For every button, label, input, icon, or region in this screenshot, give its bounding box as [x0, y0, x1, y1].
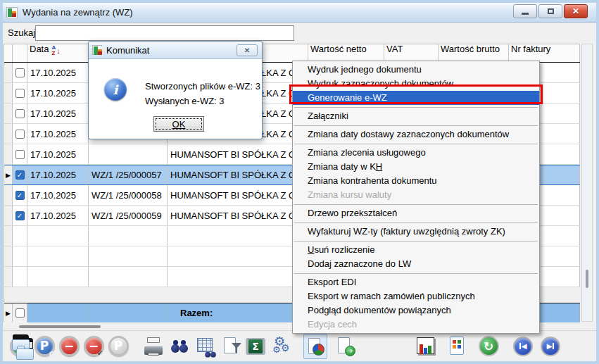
menu-item[interactable]: Wyfakturuj WZ-ty (faktury uwzględnią zwr…: [293, 225, 539, 239]
document-number-cell: [89, 267, 168, 287]
export-document-button[interactable]: ➔: [334, 334, 358, 359]
sum-button[interactable]: Σ: [246, 338, 265, 355]
summary-date-cell: [27, 303, 89, 322]
delete-button[interactable]: −: [58, 334, 80, 359]
minimize-button[interactable]: [513, 4, 537, 18]
vertical-scrollbar[interactable]: [581, 44, 593, 322]
menu-item[interactable]: Zmiana zlecenia usługowego: [293, 146, 539, 160]
delete-marked-button[interactable]: −✓: [82, 334, 105, 359]
info-icon: i: [104, 78, 127, 101]
row-checkbox-cell: [13, 63, 27, 82]
print-button[interactable]: [141, 334, 165, 359]
first-record-button[interactable]: ◀: [511, 334, 535, 359]
last-record-button[interactable]: ▶: [538, 334, 562, 359]
filter-button[interactable]: [220, 334, 244, 359]
row-checkbox[interactable]: [15, 130, 25, 139]
summary-doc-cell: [89, 303, 168, 322]
row-checkbox-cell: [13, 144, 27, 164]
preview-button[interactable]: P: [33, 334, 56, 359]
search-input[interactable]: [35, 25, 294, 41]
nav-bar-icon: [553, 343, 554, 349]
column-header-vat[interactable]: VAT: [384, 44, 439, 62]
menu-item[interactable]: Eksport EDI: [293, 275, 539, 289]
toolbar: +P−−✓PΣ⚙⚙⚙➔↻◀▶: [3, 330, 596, 361]
find-in-table-button[interactable]: [194, 334, 217, 359]
bar-icon: [428, 346, 431, 354]
row-checkbox[interactable]: [15, 150, 25, 159]
check-mark-icon: ✓: [97, 349, 103, 358]
menu-item-label-pre: Wyfakturuj WZ-ty (faktury uwzględnią zwr…: [308, 226, 505, 237]
row-checkbox[interactable]: [15, 109, 25, 118]
row-checkbox[interactable]: [15, 68, 25, 77]
row-checkbox[interactable]: ✓: [15, 191, 25, 200]
maximize-button[interactable]: [538, 4, 562, 18]
horizontal-scrollbar-thumb[interactable]: [19, 325, 101, 328]
dialog-close-icon: ✕: [244, 46, 250, 54]
menu-item[interactable]: Zmiana daty dostawy zaznaczonych dokumen…: [293, 127, 539, 142]
bar-icon: [424, 348, 427, 354]
document-number-cell: WZ/1 /25/000059: [89, 206, 168, 225]
print-icon: [147, 337, 160, 343]
row-selector-cell: [4, 144, 13, 164]
row-checkbox[interactable]: ✓: [15, 211, 25, 220]
find-button[interactable]: [168, 334, 191, 359]
date-cell: 17.10.2025: [27, 124, 89, 144]
menu-item-label-pre: Zmiana daty w K: [308, 161, 376, 172]
row-selector-cell: [4, 83, 13, 103]
contractor-cell: HUMANSOFT BI SPÓŁKA Z OG: [168, 165, 308, 184]
parameters-button[interactable]: P: [107, 334, 130, 359]
menu-item: Edycja cech: [293, 318, 539, 332]
row-selector-cell: [4, 185, 13, 205]
menu-item[interactable]: Podgląd dokumentów powiązanych: [293, 303, 539, 318]
menu-item-label-pre: Eksport EDI: [308, 277, 356, 287]
column-header-label: Nr faktury: [511, 45, 550, 54]
menu-item[interactable]: Zmiana daty w KH: [293, 160, 539, 174]
menu-item[interactable]: Drzewo przekształceń: [293, 206, 539, 220]
summary-checkbox[interactable]: [15, 308, 25, 318]
find-icon: [171, 343, 188, 353]
document-operations-button[interactable]: [303, 334, 327, 359]
contractor-cell: HUMANSOFT BI SPÓŁKA Z OG: [168, 185, 308, 205]
column-header-sel[interactable]: [4, 44, 13, 62]
chart-button[interactable]: [413, 334, 437, 359]
folder-button[interactable]: [12, 339, 30, 351]
menu-item[interactable]: Wydruk jednego dokumentu: [293, 63, 539, 77]
date-cell: 17.10.2025: [27, 144, 89, 164]
column-header-net[interactable]: Wartość netto: [308, 44, 384, 62]
menu-item[interactable]: Eksport w ramach zamówień publicznych: [293, 289, 539, 303]
menu-separator: [293, 105, 539, 109]
gears-button[interactable]: ⚙⚙⚙: [272, 334, 296, 359]
filter-icon: [232, 343, 241, 353]
close-button[interactable]: ✕: [564, 4, 588, 18]
row-checkbox-cell: ✓: [13, 185, 27, 205]
gear-icon: ⚙: [272, 344, 281, 355]
menu-item[interactable]: Zmiana kontrahenta dokumentu: [293, 174, 539, 188]
row-checkbox[interactable]: ✓: [15, 170, 25, 180]
message-dialog: Komunikat ✕ i Stworzonych plików e-WZ: 3…: [88, 41, 263, 139]
document-number-cell: [89, 246, 168, 266]
contractor-cell: HUMANSOFT BI SPÓŁKA Z OG: [168, 144, 308, 164]
parameters-icon: P: [108, 336, 129, 356]
menu-item-label-pre: Zmiana kursu waluty: [308, 189, 391, 200]
menu-item-label-pre: Zmiana kontrahenta dokumentu: [308, 175, 437, 186]
planner-button[interactable]: [445, 334, 469, 359]
menu-item-label-pre: Zmiana daty dostawy zaznaczonych dokumen…: [308, 129, 509, 139]
dialog-app-icon: [92, 45, 102, 55]
dialog-close-button[interactable]: ✕: [237, 44, 258, 56]
refresh-button[interactable]: ↻: [477, 334, 500, 359]
ok-button[interactable]: OK: [153, 116, 204, 132]
menu-item-label-pre: Wydruk jednego dokumentu: [308, 64, 422, 75]
row-pointer-icon: ▶: [6, 310, 11, 317]
vertical-scrollbar-thumb[interactable]: [586, 270, 588, 288]
nav-bar-icon: [519, 343, 521, 349]
column-header-inv[interactable]: Nr faktury: [509, 44, 580, 62]
column-header-cb[interactable]: [13, 44, 27, 62]
pie-chart-icon: [313, 344, 324, 356]
column-header-date[interactable]: DataAZ↓: [27, 44, 89, 62]
row-checkbox[interactable]: [15, 89, 25, 98]
menu-item[interactable]: Dodaj zaznaczone do LW: [293, 257, 539, 271]
window-title: Wydania na zewnątrz (WZ): [23, 7, 133, 18]
menu-item[interactable]: Usuń rozliczenie: [293, 243, 539, 257]
column-header-bru[interactable]: Wartość brutto: [439, 44, 509, 62]
menu-item[interactable]: Załączniki: [293, 109, 539, 123]
